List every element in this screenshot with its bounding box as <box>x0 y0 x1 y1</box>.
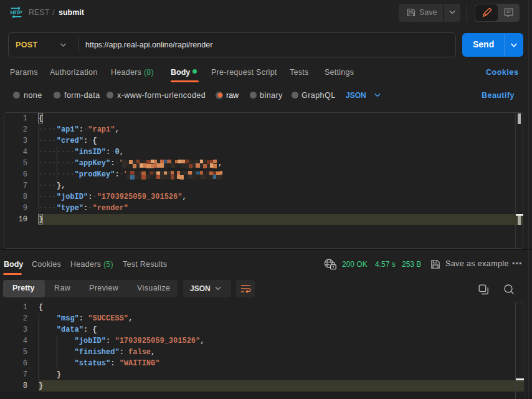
svg-text:HTTP: HTTP <box>11 9 22 16</box>
